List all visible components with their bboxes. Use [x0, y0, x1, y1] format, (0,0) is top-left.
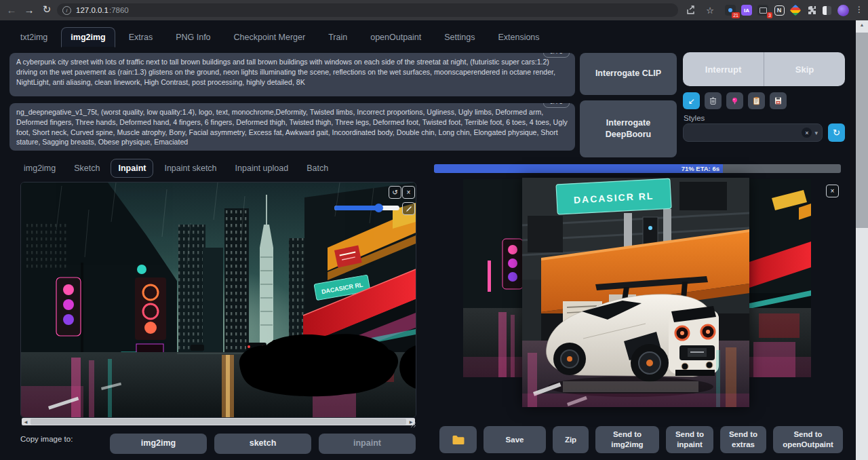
canvas-horizontal-scrollbar[interactable]: ◀ ▶ — [22, 418, 415, 425]
send-to-inpaint-button[interactable]: Send toinpaint — [666, 426, 713, 453]
zip-button[interactable]: Zip — [553, 426, 589, 453]
mode-tab-inpaint-upload[interactable]: Inpaint upload — [228, 159, 296, 178]
clipboard-icon — [752, 96, 761, 105]
negative-token-counter: 0/75 — [543, 103, 570, 108]
img2img-mode-tabs: img2img Sketch Inpaint Inpaint sketch In… — [16, 159, 336, 178]
copy-image-to-label: Copy image to: — [20, 435, 73, 443]
scrollbar-thumb[interactable] — [856, 33, 868, 228]
back-icon[interactable]: ← — [4, 2, 19, 17]
folder-icon — [452, 434, 465, 445]
main-tab-bar: txt2img img2img Extras PNG Info Checkpoi… — [11, 27, 549, 47]
url-port: :7860 — [109, 6, 129, 14]
source-image: DACASICR RL — [21, 183, 416, 417]
brush-slider-fill — [334, 206, 378, 210]
undo-icon: ↺ — [392, 189, 397, 196]
resize-grip[interactable] — [410, 421, 416, 428]
palette-icon — [730, 96, 739, 105]
paste-params-button[interactable]: ↙ — [683, 92, 700, 109]
refresh-styles-button[interactable]: ↻ — [828, 123, 845, 142]
scroll-left-icon[interactable]: ◀ — [22, 419, 30, 424]
close-icon: × — [831, 187, 835, 195]
copy-to-sketch-button[interactable]: sketch — [214, 434, 311, 454]
screen: ← → ↻ i 127.0.0.1 :7860 ☆ 21 IA 3 N — [0, 0, 868, 460]
reload-icon[interactable]: ↻ — [39, 2, 54, 17]
interrupt-button[interactable]: Interrupt — [683, 52, 764, 86]
negative-prompt-input[interactable]: ng_deepnegative_v1_75t, (worst quality, … — [9, 103, 575, 151]
extension-capture-icon[interactable]: 3 — [755, 3, 770, 18]
tab-checkpoint-merger[interactable]: Checkpoint Merger — [224, 27, 315, 47]
save-style-button[interactable] — [770, 92, 787, 109]
extension-darkmode-icon[interactable] — [819, 3, 834, 18]
undo-button[interactable]: ↺ — [389, 186, 401, 199]
tab-extensions[interactable]: Extensions — [488, 27, 549, 47]
interrupt-skip-group: Interrupt Skip — [683, 52, 845, 86]
paste-arrow-icon: ↙ — [688, 96, 694, 106]
close-icon: × — [407, 189, 411, 196]
clear-styles-icon[interactable]: × — [802, 128, 812, 138]
tab-txt2img[interactable]: txt2img — [11, 27, 57, 47]
tab-extras[interactable]: Extras — [119, 27, 162, 47]
copy-to-inpaint-button[interactable]: inpaint — [319, 434, 416, 454]
brush-size-slider[interactable] — [334, 206, 399, 210]
prompt-text: A cyberpunk city street with lots of tra… — [16, 58, 555, 86]
clear-image-button[interactable]: × — [402, 186, 415, 199]
mode-tab-img2img[interactable]: img2img — [16, 159, 63, 178]
send-to-img2img-button[interactable]: Send toimg2img — [595, 426, 659, 453]
send-to-openoutpaint-button[interactable]: Send toopenOutpaint — [773, 426, 843, 453]
mode-tab-inpaint-sketch[interactable]: Inpaint sketch — [157, 159, 224, 178]
progress-bar: 71% ETA: 6s — [434, 164, 841, 173]
progress-fill: 71% ETA: 6s — [434, 164, 723, 173]
extension-adblock-icon[interactable]: 21 — [723, 3, 738, 18]
styles-dropdown[interactable]: × ▾ — [683, 123, 823, 142]
skip-button[interactable]: Skip — [764, 52, 845, 86]
prompt-input[interactable]: A cyberpunk city street with lots of tra… — [9, 53, 575, 96]
output-actions: Save Zip Send toimg2img Send toinpaint S… — [439, 426, 843, 453]
profile-avatar[interactable] — [835, 3, 850, 18]
brush-tool-button[interactable] — [402, 202, 415, 215]
browser-chrome: ← → ↻ i 127.0.0.1 :7860 ☆ 21 IA 3 N — [0, 0, 868, 20]
mode-tab-sketch[interactable]: Sketch — [66, 159, 107, 178]
scroll-up-icon[interactable]: ▲ — [856, 20, 868, 30]
scrollbar-thumb[interactable] — [31, 419, 406, 425]
browser-menu-icon[interactable]: ⋮ — [852, 2, 867, 17]
url-host: 127.0.0.1 — [76, 6, 108, 14]
prompt-token-counter: 0/75 — [543, 53, 570, 58]
interrogate-deepbooru-button[interactable]: Interrogate DeepBooru — [580, 100, 677, 157]
site-info-icon[interactable]: i — [62, 6, 71, 15]
tab-settings[interactable]: Settings — [435, 27, 484, 47]
trash-icon — [709, 96, 717, 105]
interrogate-clip-button[interactable]: Interrogate CLIP — [580, 53, 677, 95]
tab-openoutpaint[interactable]: openOutpaint — [361, 27, 431, 47]
chevron-down-icon: ▾ — [814, 130, 818, 136]
negative-prompt-text: ng_deepnegative_v1_75t, (worst quality, … — [16, 108, 568, 146]
apply-style-button[interactable] — [748, 92, 765, 109]
clear-prompt-button[interactable] — [705, 92, 722, 109]
page-scrollbar[interactable]: ▲ — [856, 20, 868, 460]
copy-to-img2img-button[interactable]: img2img — [110, 434, 207, 454]
send-to-extras-button[interactable]: Send toextras — [720, 426, 766, 453]
tab-img2img[interactable]: img2img — [61, 27, 115, 47]
floppy-disk-icon — [774, 96, 783, 105]
extension-colors-icon[interactable] — [788, 3, 803, 18]
extension-notion-icon[interactable]: N — [772, 3, 787, 18]
share-icon[interactable] — [684, 3, 698, 18]
styles-label: Styles — [684, 114, 705, 122]
prompt-tool-buttons: ↙ — [683, 92, 787, 109]
refresh-icon: ↻ — [833, 128, 840, 138]
extension-ia-icon[interactable]: IA — [739, 3, 754, 18]
open-folder-button[interactable] — [439, 426, 477, 453]
live-preview-image[interactable]: DACASICR RL — [522, 178, 749, 407]
extra-networks-button[interactable] — [726, 92, 743, 109]
forward-icon[interactable]: → — [22, 2, 37, 17]
tab-train[interactable]: Train — [319, 27, 357, 47]
mode-tab-inpaint[interactable]: Inpaint — [111, 159, 153, 178]
tab-png-info[interactable]: PNG Info — [166, 27, 220, 47]
inpaint-canvas[interactable]: DACASICR RL — [20, 182, 416, 418]
save-button[interactable]: Save — [484, 426, 546, 453]
mode-tab-batch[interactable]: Batch — [299, 159, 336, 178]
url-bar[interactable]: i 127.0.0.1 :7860 — [57, 3, 678, 17]
bookmark-star-icon[interactable]: ☆ — [703, 3, 717, 18]
extensions-puzzle-icon[interactable] — [804, 3, 819, 18]
close-preview-button[interactable]: × — [826, 185, 839, 197]
progress-label: 71% ETA: 6s — [682, 165, 723, 172]
